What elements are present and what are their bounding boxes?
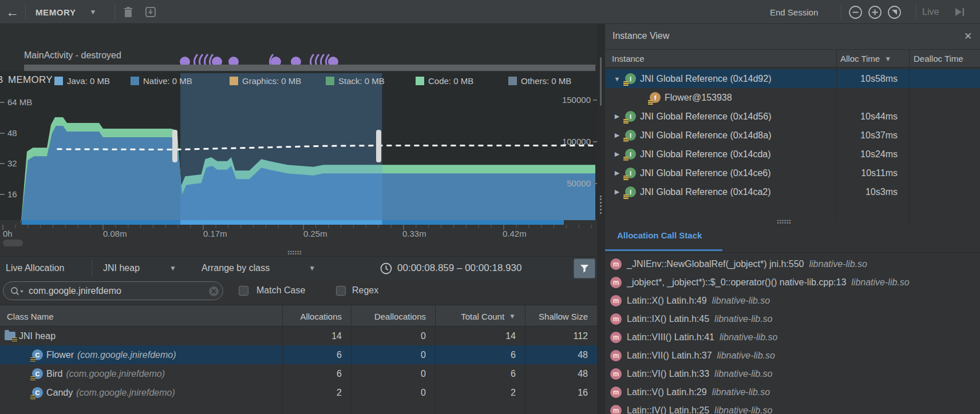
column-separator[interactable] [525,305,525,414]
x-axis-tick-label: 0.42m [503,229,527,238]
expander-closed-icon[interactable]: ▶ [613,113,621,120]
instance-row[interactable]: ▶IJNI Global Reference (0x14d8a)10s37ms [605,126,980,145]
export-session-button[interactable] [144,0,157,24]
y-axis-tick-label: 16 [7,189,17,199]
expander-open-icon[interactable]: ▼ [613,75,621,82]
download-icon [144,6,157,18]
selection-handle-left[interactable] [172,130,177,162]
column-header-total-count[interactable]: Total Count▼ [435,305,516,327]
axis-tick-mark [0,194,5,195]
pane-splitter[interactable] [597,24,605,414]
profiler-selector-dropdown[interactable]: MEMORY ▼ [35,0,97,24]
method-icon: m [610,387,622,398]
back-button[interactable]: ← [6,0,19,24]
call-stack-frame[interactable]: mLatin::VIII() Latin.h:41libnative-lib.s… [605,328,980,347]
call-stack-frame[interactable]: mLatin::X() Latin.h:49libnative-lib.so [605,292,980,310]
column-header-instance[interactable]: Instance [612,50,645,67]
call-stack-frame[interactable]: mLatin::IX() Latin.h:45libnative-lib.so [605,310,980,328]
package-name: (com.google.jnirefdemo) [76,388,175,398]
column-separator[interactable] [351,305,351,414]
column-separator[interactable] [282,305,283,414]
y-axis-tick-label: 48 [7,128,17,138]
instance-row[interactable]: fFlower@153938 [605,88,980,107]
table-row[interactable]: JNI heap14014112 [0,327,597,345]
frame-library: libnative-lib.so [851,277,909,288]
arrange-selector-dropdown[interactable]: Arrange by class ▼ [201,256,315,280]
column-header-alloc-time[interactable]: Alloc Time▼ [840,50,891,67]
end-session-button[interactable]: End Session [770,0,818,24]
zoom-in-icon [868,5,882,19]
y-axis-tick-label: 32 [7,158,17,168]
timeline-scrollbar-thumb[interactable] [3,240,23,246]
filter-button[interactable] [574,258,595,278]
delete-session-button[interactable] [122,0,134,24]
numeric-cell: 2 [435,383,516,402]
instance-name: Flower@153938 [665,93,732,103]
legend-swatch [508,77,517,85]
match-case-checkbox[interactable] [239,286,248,296]
zoom-in-button[interactable] [868,0,882,24]
splitter-drag-handle[interactable]: •••••••••••• [767,220,801,224]
alloc-time-cell: 10s44ms [836,107,898,126]
timeline-selected-range[interactable] [180,220,382,225]
memory-usage-chart[interactable] [0,71,597,243]
column-separator[interactable] [909,50,910,223]
numeric-cell: 48 [525,345,588,364]
column-separator[interactable] [836,50,837,223]
search-input[interactable]: com.google.jnirefdemo [3,281,223,300]
instance-row[interactable]: ▼IJNI Global Reference (0x14d92)10s58ms [605,69,980,88]
jni-badge [30,376,35,381]
call-stack-frame[interactable]: m_JNIEnv::NewGlobalRef(_jobject*) jni.h:… [605,255,980,273]
expander-closed-icon[interactable]: ▶ [613,150,621,158]
column-separator[interactable] [435,305,436,414]
instance-row[interactable]: ▶IJNI Global Reference (0x14cda)10s24ms [605,145,980,164]
splitter-drag-handle[interactable]: •••••••••••• [278,250,312,255]
legend-swatch [230,77,238,85]
time-range-value: 00:00:08.859 – 00:00:18.930 [397,262,521,274]
skip-to-end-button[interactable] [953,0,966,24]
clear-search-icon[interactable] [208,286,219,297]
expander-closed-icon[interactable]: ▶ [613,188,621,196]
legend-label: Native: 0 MB [143,76,192,86]
jni-badge [623,138,629,142]
column-header-dealloc-time[interactable]: Dealloc Time [914,50,963,67]
table-row[interactable]: CBird(com.google.jnirefdemo)60648 [0,364,597,383]
expander-closed-icon[interactable]: ▶ [613,169,621,177]
table-row[interactable]: CFlower(com.google.jnirefdemo)60648 [0,345,597,364]
close-icon[interactable]: ✕ [964,30,972,42]
instance-row[interactable]: ▶IJNI Global Reference (0x14ce6)10s11ms [605,164,980,182]
selection-handle-right[interactable] [376,130,381,162]
legend-label: Stack: 0 MB [338,76,385,86]
call-stack-frame[interactable]: mLatin::V() Latin.h:29libnative-lib.so [605,383,980,401]
instance-row[interactable]: ▶IJNI Global Reference (0x14ca2)10s3ms [605,182,980,201]
call-stack-frame[interactable]: mLatin::IV() Latin.h:25libnative-lib.so [605,401,980,414]
expander-closed-icon[interactable]: ▶ [613,132,621,139]
clipped-label-fragment: B [0,74,3,86]
call-stack-frame[interactable]: mLatin::VI() Latin.h:33libnative-lib.so [605,365,980,383]
heap-selector-dropdown[interactable]: JNI heap ▼ [103,256,176,280]
x-axis-tick-label: 0.08m [103,229,127,238]
instance-table-header: Instance Alloc Time▼ Dealloc Time [605,50,980,67]
live-button[interactable]: Live [922,0,939,24]
toolbar-separator [25,5,26,19]
frame-function: Latin::VI() Latin.h:33 [627,369,709,379]
column-header-class-name[interactable]: Class Name [7,305,179,327]
numeric-cell: 0 [351,327,426,345]
x-axis-tick-label: 0h [3,229,13,238]
reset-zoom-icon [887,5,902,19]
call-stack-frame[interactable]: mLatin::VII() Latin.h:37libnative-lib.so [605,347,980,365]
call-stack-frame[interactable]: m_jobject*, _jobject*)::$_0::operator()(… [605,273,980,292]
jni-badge [648,100,653,105]
instance-row[interactable]: ▶IJNI Global Reference (0x14d56)10s44ms [605,107,980,126]
regex-checkbox[interactable] [336,286,346,296]
vertical-scrollbar-thumb[interactable] [600,57,602,106]
tab-allocation-call-stack[interactable]: Allocation Call Stack [617,230,702,240]
table-row[interactable]: CCandy(com.google.jnirefdemo)20216 [0,383,597,402]
column-header-deallocations[interactable]: Deallocations [351,305,426,327]
column-header-allocations[interactable]: Allocations [282,305,342,327]
reset-zoom-button[interactable] [887,0,902,24]
column-header-shallow-size[interactable]: Shallow Size [525,305,588,327]
selection-time-range: 00:00:08.859 – 00:00:18.930 [380,256,521,280]
zoom-out-button[interactable] [848,0,863,24]
legend-label: Others: 0 MB [521,76,571,86]
